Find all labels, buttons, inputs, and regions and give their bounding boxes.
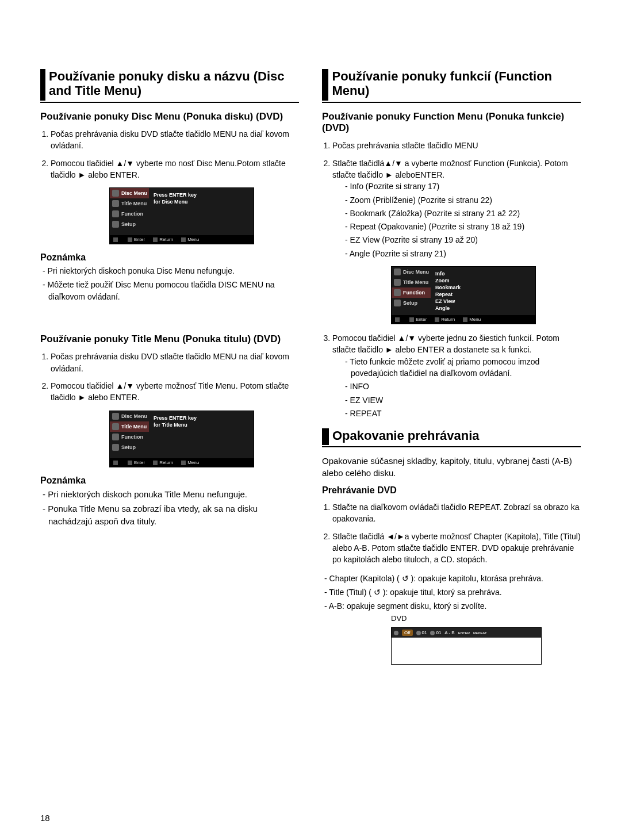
step: Stlačte na diaľkovom ovládači tlačidlo R… (332, 501, 581, 525)
repeat-ab: A - B (444, 630, 454, 635)
osd-side-item: Setup (110, 219, 149, 229)
repeat-intro: Opakovanie súčasnej skladby, kapitoly, t… (322, 455, 581, 479)
osd-main-line: Press ENTER key (154, 415, 249, 421)
function-menu-steps: Počas prehrávania stlačte tlačidlo MENU … (322, 140, 581, 259)
subheading-title-menu: Používanie ponuky Title Menu (Ponuka tit… (40, 333, 299, 345)
note-label: Poznámka (40, 475, 299, 486)
step: Počas prehrávania stlačte tlačidlo MENU (332, 140, 581, 151)
step: Pomocou tlačidiel ▲/▼ vyberte možnosť Ti… (51, 380, 299, 404)
osd-side-item: Disc Menu (392, 267, 431, 277)
heading-text: Používanie ponuky disku a názvu (Disc an… (49, 69, 299, 101)
subheading-function-menu: Používanie ponuky Function Menu (Ponuka … (322, 111, 581, 135)
step: Počas prehrávania disku DVD stlačte tlač… (51, 351, 299, 374)
osd-side-item: Title Menu (110, 421, 149, 432)
step: Počas prehrávania disku DVD stlačte tlač… (51, 128, 299, 152)
title-menu-steps: Počas prehrávania disku DVD stlačte tlač… (40, 351, 299, 403)
note-block: - Pri niektorých diskoch ponuka Title Me… (40, 488, 299, 528)
osd-screenshot-disc-menu: Disc Menu Title Menu Function Setup Pres… (109, 187, 254, 244)
subheading-disc-menu: Používanie ponuky Disc Menu (Ponuka disk… (40, 111, 299, 122)
osd-main-line: Bookmark (435, 284, 531, 291)
step: Stlačte tlačidlá ◄/►a vyberte možnosť Ch… (332, 531, 581, 566)
osd-repeat-bar: Off 01 01 A - B ENTER REPEAT (391, 627, 542, 665)
osd-side-item: Disc Menu (110, 411, 149, 421)
section-heading-disc-title: Používanie ponuky disku a názvu (Disc an… (40, 69, 299, 103)
sub-item: - INFO (343, 381, 581, 392)
sub-item: - Zoom (Priblíženie) (Pozrite si stranu … (343, 194, 581, 206)
osd-screenshot-title-menu: Disc Menu Title Menu Function Setup Pres… (109, 411, 254, 467)
repeat-bullets: - Chapter (Kapitola) ( ↺ ): opakuje kapi… (322, 573, 581, 612)
step: Pomocou tlačidiel ▲/▼ vyberte jednu zo š… (332, 332, 581, 419)
note-label: Poznámka (40, 252, 299, 263)
step: Pomocou tlačidiel ▲/▼ vyberte mo nosť Di… (51, 158, 299, 181)
sub-item: - Bookmark (Záložka) (Pozrite si strany … (343, 208, 581, 219)
osd-side-item: Function (110, 432, 149, 442)
osd-side-item: Title Menu (110, 198, 149, 209)
sub-item: - REPEAT (343, 408, 581, 419)
subheading-dvd-play: Prehrávanie DVD (322, 485, 581, 496)
osd-main-line: Zoom (435, 277, 531, 284)
osd-side-item: Function (110, 209, 149, 219)
osd-main-line: for Title Menu (154, 421, 249, 428)
osd-side-item: Title Menu (392, 277, 431, 287)
heading-text: Opakovanie prehrávania (332, 428, 480, 445)
sub-item: - Angle (Pozrite si strany 21) (343, 248, 581, 259)
sub-item: - EZ View (Pozrite si strany 19 až 20) (343, 234, 581, 246)
osd-side-item: Setup (110, 442, 149, 452)
osd-main-line: Repeat (435, 291, 531, 298)
osd-main-line: Info (435, 270, 531, 277)
step: Stlačte tlačidlá▲/▼ a vyberte možnosť Fu… (332, 158, 581, 259)
repeat-off: Off (402, 630, 413, 636)
sub-item: - EZ VIEW (343, 394, 581, 406)
bullet: - Chapter (Kapitola) ( ↺ ): opakuje kapi… (322, 573, 581, 584)
bullet: - Title (Titul) ( ↺ ): opakuje titul, kt… (322, 586, 581, 598)
osd-main-line: for Disc Menu (154, 198, 249, 205)
function-menu-steps-cont: Pomocou tlačidiel ▲/▼ vyberte jednu zo š… (322, 332, 581, 419)
bullet: - A-B: opakuje segment disku, ktorý si z… (322, 600, 581, 612)
osd-main-line: Press ENTER key (154, 191, 249, 198)
note-item: - Pri niektorých diskoch ponuka Title Me… (40, 488, 299, 501)
disc-menu-steps: Počas prehrávania disku DVD stlačte tlač… (40, 128, 299, 181)
sub-item: - Tieto funkcie môžete zvoliť aj priamo … (343, 356, 581, 379)
page-number: 18 (40, 813, 50, 823)
osd-main-line: EZ View (435, 298, 531, 305)
dvd-label: DVD (391, 614, 581, 623)
note-item: - Pri niektorých diskoch ponuka Disc Men… (40, 265, 299, 277)
osd-main-line: Angle (435, 305, 531, 312)
heading-text: Používanie ponuky funkcií (Function Menu… (332, 69, 581, 101)
osd-screenshot-function: Disc Menu Title Menu Function Setup Info… (391, 266, 536, 324)
repeat-steps: Stlačte na diaľkovom ovládači tlačidlo R… (322, 501, 581, 565)
note-item: - Ponuka Title Menu sa zobrazí iba vtedy… (40, 503, 299, 528)
sub-item: - Info (Pozrite si strany 17) (343, 181, 581, 192)
note-block: - Pri niektorých diskoch ponuka Disc Men… (40, 265, 299, 302)
osd-side-item: Disc Menu (110, 188, 149, 198)
section-heading-function: Používanie ponuky funkcií (Function Menu… (322, 69, 581, 103)
section-heading-repeat: Opakovanie prehrávania (322, 428, 581, 447)
osd-side-item: Setup (392, 298, 431, 308)
sub-item: - Repeat (Opakovanie) (Pozrite si strany… (343, 221, 581, 232)
note-item: - Môžete tiež použiť Disc Menu pomocou t… (40, 279, 299, 302)
osd-side-item: Function (392, 287, 431, 298)
